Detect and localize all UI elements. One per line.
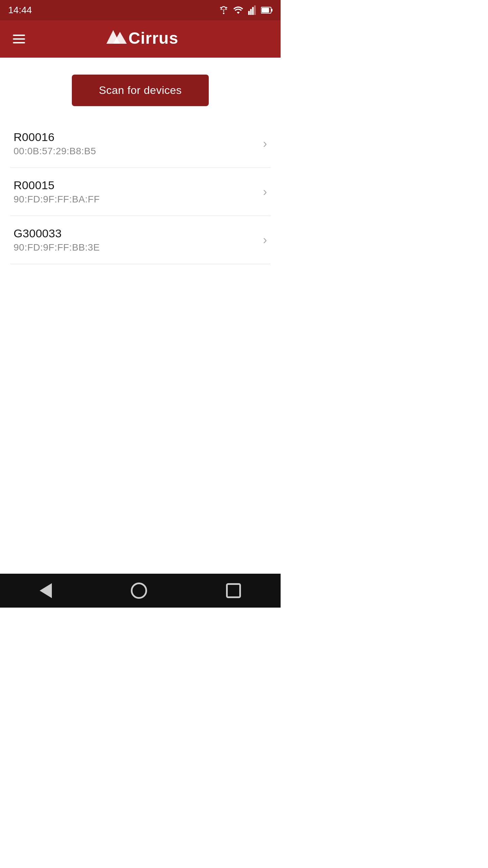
- svg-rect-6: [262, 8, 269, 13]
- device-name-0: R00016: [14, 131, 96, 144]
- chevron-right-icon-1: ›: [263, 185, 267, 199]
- svg-rect-3: [254, 5, 256, 15]
- home-icon: [131, 583, 147, 599]
- home-button[interactable]: [124, 579, 154, 602]
- device-mac-1: 90:FD:9F:FF:BA:FF: [14, 194, 100, 205]
- svg-rect-2: [252, 7, 254, 15]
- recent-icon: [226, 583, 241, 598]
- recent-button[interactable]: [219, 580, 248, 601]
- device-mac-0: 00:0B:57:29:B8:B5: [14, 146, 96, 157]
- device-info-2: G300033 90:FD:9F:FF:BB:3E: [14, 227, 100, 253]
- device-mac-2: 90:FD:9F:FF:BB:3E: [14, 242, 100, 253]
- bottom-nav: [0, 574, 281, 608]
- battery-icon: [261, 6, 272, 14]
- menu-button[interactable]: [10, 32, 28, 46]
- app-logo: Cirrus: [103, 27, 178, 51]
- status-icons: [219, 5, 272, 15]
- device-info-0: R00016 00:0B:57:29:B8:B5: [14, 131, 96, 157]
- status-time: 14:44: [8, 5, 32, 16]
- device-name-2: G300033: [14, 227, 100, 240]
- scan-button-container: Scan for devices: [10, 71, 270, 106]
- cirrus-logo-svg: Cirrus: [103, 27, 178, 47]
- svg-rect-1: [250, 9, 252, 15]
- main-content: Scan for devices R00016 00:0B:57:29:B8:B…: [0, 58, 281, 264]
- device-info-1: R00015 90:FD:9F:FF:BA:FF: [14, 179, 100, 205]
- alarm-icon: [219, 5, 228, 15]
- back-button[interactable]: [33, 580, 59, 601]
- signal-icon: [248, 5, 256, 15]
- back-icon: [40, 583, 52, 598]
- status-bar: 14:44: [0, 0, 281, 20]
- device-item-2[interactable]: G300033 90:FD:9F:FF:BB:3E ›: [10, 216, 270, 264]
- device-name-1: R00015: [14, 179, 100, 192]
- toolbar: Cirrus: [0, 20, 281, 58]
- svg-rect-0: [248, 11, 250, 15]
- chevron-right-icon-2: ›: [263, 233, 267, 247]
- wifi-icon: [233, 6, 243, 14]
- device-list: R00016 00:0B:57:29:B8:B5 › R00015 90:FD:…: [10, 120, 270, 264]
- svg-rect-5: [271, 9, 272, 12]
- device-item-0[interactable]: R00016 00:0B:57:29:B8:B5 ›: [10, 120, 270, 168]
- svg-text:Cirrus: Cirrus: [128, 29, 178, 47]
- device-item-1[interactable]: R00015 90:FD:9F:FF:BA:FF ›: [10, 168, 270, 216]
- chevron-right-icon-0: ›: [263, 137, 267, 151]
- app-name: Cirrus: [103, 27, 178, 51]
- scan-button[interactable]: Scan for devices: [72, 75, 209, 106]
